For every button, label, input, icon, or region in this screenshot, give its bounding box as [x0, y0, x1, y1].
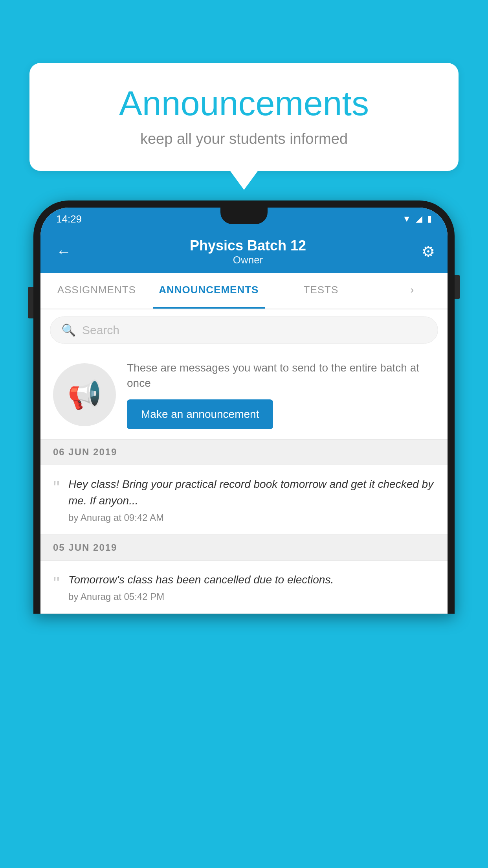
search-icon: 🔍: [61, 323, 76, 337]
announcement-item-1[interactable]: " Hey class! Bring your practical record…: [40, 465, 448, 535]
speech-bubble-container: Announcements keep all your students inf…: [29, 63, 459, 171]
tabs-bar: ASSIGNMENTS ANNOUNCEMENTS TESTS ›: [40, 273, 448, 309]
app-bar-subtitle: Owner: [74, 254, 422, 266]
announcement-content-2: Tomorrow's class has been cancelled due …: [68, 572, 435, 602]
promo-icon-circle: 📢: [53, 363, 116, 426]
megaphone-icon: 📢: [68, 379, 102, 411]
promo-text: These are messages you want to send to t…: [127, 360, 435, 391]
status-bar: 14:29 ▼ ◢ ▮: [40, 208, 448, 230]
app-bar: ← Physics Batch 12 Owner ⚙: [40, 230, 448, 273]
date-separator-1: 06 JUN 2019: [40, 439, 448, 465]
tab-tests[interactable]: TESTS: [265, 273, 377, 309]
tab-assignments[interactable]: ASSIGNMENTS: [40, 273, 153, 309]
date-separator-2: 05 JUN 2019: [40, 535, 448, 561]
quote-icon-1: ": [53, 478, 60, 497]
announcement-item-2[interactable]: " Tomorrow's class has been cancelled du…: [40, 561, 448, 614]
phone-frame: 14:29 ▼ ◢ ▮ ← Physics Batch 12 Owner ⚙ A…: [33, 200, 455, 614]
search-placeholder: Search: [82, 324, 119, 337]
announcement-meta-1: by Anurag at 09:42 AM: [68, 512, 435, 523]
notch: [220, 208, 268, 224]
announcement-meta-2: by Anurag at 05:42 PM: [68, 591, 435, 602]
status-time: 14:29: [56, 213, 82, 225]
search-container: 🔍 Search: [40, 309, 448, 351]
announcement-content-1: Hey class! Bring your practical record b…: [68, 476, 435, 523]
announcement-text-1: Hey class! Bring your practical record b…: [68, 476, 435, 509]
quote-icon-2: ": [53, 574, 60, 593]
bubble-title: Announcements: [53, 85, 435, 123]
signal-icon: ◢: [416, 214, 422, 224]
tab-announcements[interactable]: ANNOUNCEMENTS: [153, 273, 265, 309]
speech-bubble: Announcements keep all your students inf…: [29, 63, 459, 171]
bubble-subtitle: keep all your students informed: [53, 131, 435, 147]
make-announcement-button[interactable]: Make an announcement: [127, 399, 273, 429]
promo-right: These are messages you want to send to t…: [127, 360, 435, 429]
phone-container: 14:29 ▼ ◢ ▮ ← Physics Batch 12 Owner ⚙ A…: [33, 200, 455, 868]
phone-inner: 14:29 ▼ ◢ ▮ ← Physics Batch 12 Owner ⚙ A…: [40, 208, 448, 614]
back-button[interactable]: ←: [53, 240, 74, 263]
settings-button[interactable]: ⚙: [422, 243, 435, 260]
content-area: 🔍 Search 📢 These are messages you want t…: [40, 309, 448, 614]
battery-icon: ▮: [427, 214, 432, 224]
announcement-promo: 📢 These are messages you want to send to…: [40, 351, 448, 439]
wifi-icon: ▼: [402, 214, 411, 224]
search-box[interactable]: 🔍 Search: [50, 316, 438, 344]
announcement-text-2: Tomorrow's class has been cancelled due …: [68, 572, 435, 588]
tab-more[interactable]: ›: [377, 273, 448, 309]
status-icons: ▼ ◢ ▮: [402, 214, 432, 224]
app-bar-title-container: Physics Batch 12 Owner: [74, 237, 422, 266]
app-bar-title: Physics Batch 12: [74, 237, 422, 254]
